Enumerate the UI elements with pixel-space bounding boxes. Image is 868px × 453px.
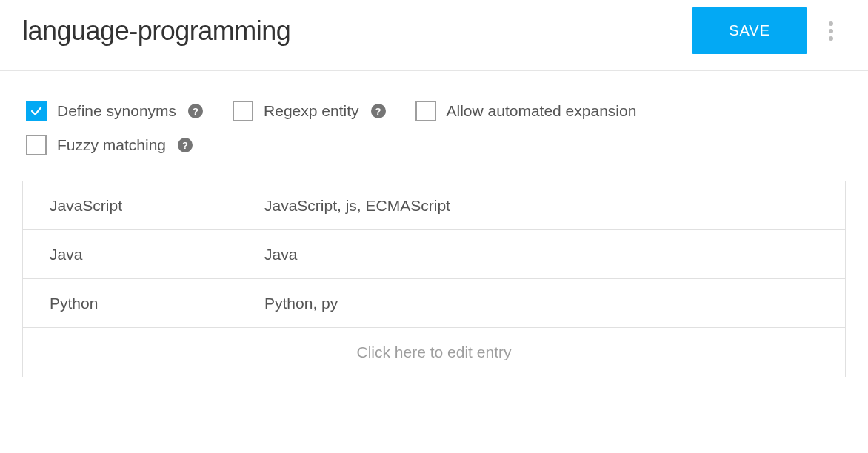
help-icon[interactable]: ? xyxy=(188,104,203,118)
add-entry-row[interactable]: Click here to edit entry xyxy=(23,328,845,377)
entry-synonyms[interactable]: Java xyxy=(264,246,818,264)
entry-synonyms[interactable]: JavaScript, js, ECMAScript xyxy=(264,197,818,215)
table-row[interactable]: Python Python, py xyxy=(23,279,845,328)
save-button[interactable]: SAVE xyxy=(692,7,807,54)
checkbox-unchecked-icon[interactable] xyxy=(415,101,436,121)
entry-value[interactable]: JavaScript xyxy=(50,197,264,215)
checkbox-unchecked-icon[interactable] xyxy=(233,101,253,121)
help-icon[interactable]: ? xyxy=(371,104,386,118)
checkbox-unchecked-icon[interactable] xyxy=(26,135,47,155)
option-fuzzy-matching[interactable]: Fuzzy matching ? xyxy=(26,135,218,155)
help-icon[interactable]: ? xyxy=(178,138,193,152)
option-label: Allow automated expansion xyxy=(447,102,637,120)
table-row[interactable]: Java Java xyxy=(23,230,845,279)
option-define-synonyms[interactable]: Define synonyms ? xyxy=(26,101,203,121)
entry-value[interactable]: Python xyxy=(50,295,264,312)
page-title: language-programming xyxy=(22,16,290,47)
header-actions: SAVE xyxy=(692,7,846,54)
checkbox-checked-icon[interactable] xyxy=(26,101,47,121)
entry-value[interactable]: Java xyxy=(50,246,264,264)
page-header: language-programming SAVE xyxy=(0,0,868,71)
more-vertical-icon xyxy=(829,21,833,41)
option-regexp-entity[interactable]: Regexp entity ? xyxy=(233,101,385,121)
option-allow-automated-expansion[interactable]: Allow automated expansion xyxy=(415,101,637,121)
entry-synonyms[interactable]: Python, py xyxy=(264,295,818,312)
option-label: Fuzzy matching xyxy=(57,136,166,154)
add-entry-placeholder: Click here to edit entry xyxy=(357,343,512,361)
entity-options: Define synonyms ? Regexp entity ? Allow … xyxy=(0,71,868,176)
more-menu-button[interactable] xyxy=(816,16,846,46)
option-label: Regexp entity xyxy=(264,102,358,120)
option-label: Define synonyms xyxy=(57,102,176,120)
entries-table: JavaScript JavaScript, js, ECMAScript Ja… xyxy=(22,181,846,378)
table-row[interactable]: JavaScript JavaScript, js, ECMAScript xyxy=(23,181,845,230)
